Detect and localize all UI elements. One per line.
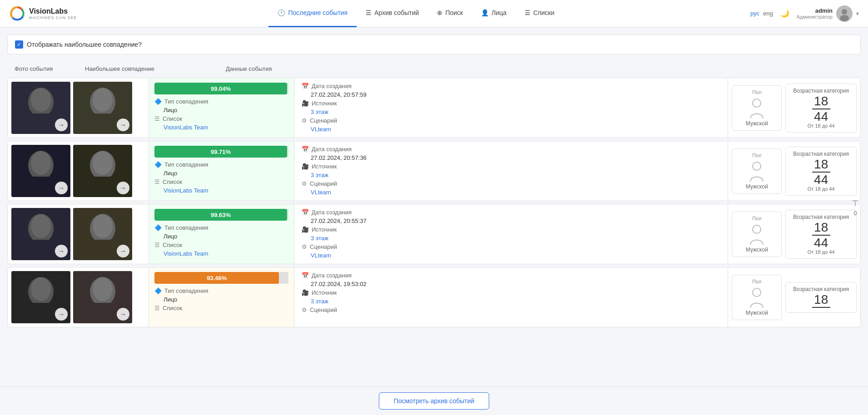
age-bottom-2: 44 [814,173,828,186]
user-menu[interactable]: admin Администратор ▾ [797,5,859,22]
match-type-label-4: Тип совпадения [164,287,208,294]
logo-name: VisionLabs [29,7,77,15]
match-type-row-2: 🔷 Тип совпадения [154,161,288,168]
show-best-match-checkbox[interactable]: ✓ Отображать наибольшее совпадение? [15,40,142,49]
match-list-row-2: ☰ Список [154,178,288,185]
calendar-icon-4: 📅 [302,272,309,279]
event-data-1: 📅 Дата создания 27.02.2024, 20:57:59 🎥 И… [294,78,728,138]
scenario-label-3: Сценарий [310,243,337,250]
date-row-2: 📅 Дата создания [302,146,720,153]
scenario-value-3[interactable]: VLteam [311,252,331,259]
age-divider-4 [812,307,830,308]
svg-rect-38 [87,303,119,323]
svg-rect-20 [87,177,119,197]
match-photo-arrow-2[interactable]: → [117,182,129,194]
header: VisionLabs MACHINES CAN SEE 🕐 Последние … [0,0,868,27]
date-value-row-2: 27.02.2024, 20:57:36 [302,154,720,161]
header-right: рус eng 🌙 admin Администратор ▾ [750,5,859,22]
lang-ru[interactable]: рус [750,10,759,17]
logo-area: VisionLabs MACHINES CAN SEE [9,5,82,22]
match-list-link-2[interactable]: VisionLabs Team [164,187,208,194]
source-icon-1: 🎥 [302,100,309,107]
source-row-3: 🎥 Источник [302,226,720,233]
source-value-3[interactable]: 3 этаж [311,235,328,242]
scenario-icon-2: ⚙ [302,180,307,187]
list-icon-2: ☰ [154,178,160,185]
event-photo-arrow-2[interactable]: → [55,182,68,194]
match-list-link-3[interactable]: VisionLabs Team [164,250,208,257]
nav-archive-events[interactable]: ☰ Архив событий [357,0,428,27]
source-value-4[interactable]: 3 этаж [311,298,328,305]
event-photo-arrow-4[interactable]: → [55,308,68,321]
svg-point-24 [31,214,51,238]
event-photo-arrow-1[interactable]: → [55,119,68,131]
match-photo-arrow-3[interactable]: → [117,245,129,257]
view-archive-button[interactable]: Посмотреть архив событий [379,392,490,410]
scenario-value-2[interactable]: VLteam [311,189,331,196]
pol-label-4: Пол [752,279,761,284]
source-icon-2: 🎥 [302,163,309,170]
checkbox-label: Отображать наибольшее совпадение? [27,41,142,48]
match-list-value-row-3: VisionLabs Team [154,250,288,257]
filter-row: ✓ Отображать наибольшее совпадение? [7,35,861,54]
nav-search[interactable]: ⊕ Поиск [428,0,472,27]
date-label-1: Дата создания [312,83,352,89]
match-list-label-3: Список [163,242,182,248]
match-photo-2: → [73,145,132,197]
match-photo-arrow-4[interactable]: → [117,308,129,321]
match-photo-arrow-1[interactable]: → [117,119,129,131]
visionlabs-logo-icon [9,5,25,22]
table-header: Фото события Наибольшее совпадение Данны… [7,62,861,76]
search-icon: ⊕ [437,9,442,16]
match-type-icon-2: 🔷 [154,161,162,168]
nav-lists[interactable]: ☰ Списки [516,0,563,27]
scenario-value-row-2: VLteam [302,189,720,196]
event-photo-arrow-3[interactable]: → [55,245,68,257]
face-icon: 👤 [481,9,489,16]
nav-recent-events[interactable]: 🕐 Последние события [268,0,357,27]
match-type-value-2: Лицо [164,170,177,177]
date-value-1: 27.02.2024, 20:57:59 [311,91,367,98]
svg-point-39 [753,288,761,296]
match-progress-wrap-3: 99.63% [154,209,288,221]
match-photo-3: → [73,208,132,260]
svg-point-6 [31,88,51,112]
match-progress-wrap-4: 93.46% [154,272,288,284]
source-value-row-2: 3 этаж [302,172,720,178]
match-list-row-3: ☰ Список [154,242,288,248]
meta-boxes-2: Пол Мужской Возрастная категория 18 44 О… [728,141,860,201]
bottom-bar: Посмотреть архив событий [0,386,868,415]
scenario-value-row-1: VLteam [302,126,720,133]
gender-value-4: Мужской [746,310,768,316]
age-category-title-2: Возрастная категория [793,151,849,157]
list-icon-3: ☰ [154,242,160,248]
match-type-icon-4: 🔷 [154,287,162,294]
user-role: Администратор [797,14,833,20]
match-list-link-1[interactable]: VisionLabs Team [164,124,208,131]
logo-subtitle: MACHINES CAN SEE [29,15,77,20]
filter-icon[interactable]: ⊤ [852,198,859,208]
scenario-label-2: Сценарий [310,180,337,187]
source-value-2[interactable]: 3 этаж [311,172,328,178]
match-section-2: 99.71% 🔷 Тип совпадения Лицо ☰ Список Vi… [149,141,294,201]
pol-label-2: Пол [752,153,761,158]
meta-boxes-3: Пол Мужской Возрастная категория 18 44 О… [728,204,860,264]
match-section-3: 99.63% 🔷 Тип совпадения Лицо ☰ Список Vi… [149,204,294,264]
match-progress-2: 99.71% [154,146,287,158]
svg-point-3 [840,15,849,21]
age-top-4: 18 [814,293,828,306]
scenario-value-1[interactable]: VLteam [311,126,331,133]
scenario-icon-3: ⚙ [302,243,307,250]
theme-toggle-icon[interactable]: 🌙 [780,9,789,18]
nav-faces[interactable]: 👤 Лица [472,0,516,27]
col-match: Наибольшее совпадение [85,65,226,72]
source-value-1[interactable]: 3 этаж [311,109,328,115]
match-section-4: 93.46% 🔷 Тип совпадения Лицо ☰ Список [149,267,294,327]
age-top-3: 18 [814,221,828,234]
pol-label-3: Пол [752,216,761,221]
lang-en[interactable]: eng [763,10,773,17]
age-range-2: От 18 до 44 [808,186,835,192]
filter-sidebar: ⊤ 0 [852,198,859,217]
svg-rect-11 [87,114,119,134]
age-top-2: 18 [814,158,828,171]
